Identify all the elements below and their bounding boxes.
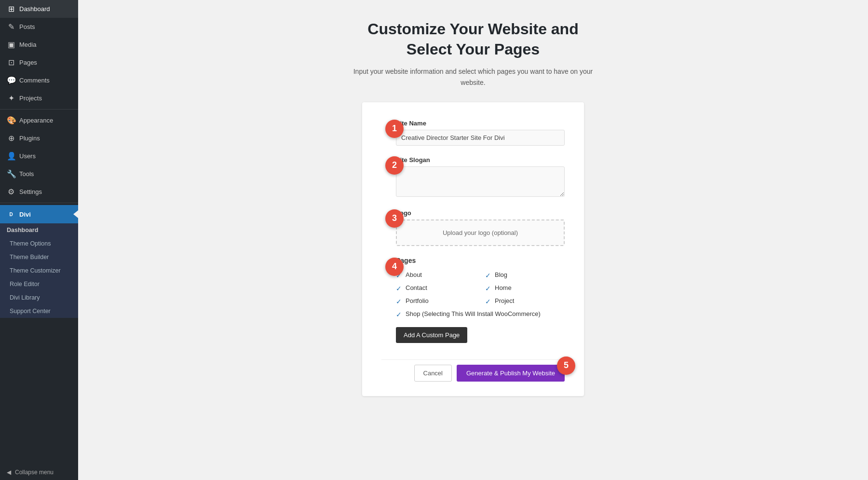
sidebar-item-label: Media: [19, 41, 36, 48]
cancel-button[interactable]: Cancel: [414, 365, 452, 382]
collapse-icon: ◀: [7, 469, 11, 476]
sidebar-item-label: Pages: [19, 59, 37, 66]
pages-section: 4 Pages ✓ About ✓ Blog ✓: [396, 257, 565, 355]
site-slogan-label: Site Slogan: [396, 156, 565, 164]
divi-sub-dashboard[interactable]: Dashboard: [0, 223, 78, 237]
sidebar-item-media[interactable]: ▣ Media: [0, 36, 78, 54]
pages-title: Pages: [396, 257, 565, 264]
sidebar-item-users[interactable]: 👤 Users: [0, 147, 78, 165]
settings-icon: ⚙: [7, 187, 15, 196]
sidebar-item-label: Settings: [19, 188, 42, 195]
sidebar-item-posts[interactable]: ✎ Posts: [0, 18, 78, 36]
logo-upload-area[interactable]: Upload your logo (optional): [396, 219, 565, 246]
page-label-project: Project: [495, 297, 514, 304]
page-subtitle: Input your website information and selec…: [353, 66, 594, 88]
page-item-portfolio: ✓ Portfolio: [396, 297, 475, 305]
posts-icon: ✎: [7, 22, 15, 31]
page-title: Customize Your Website and Select Your P…: [367, 19, 578, 59]
sidebar-item-label: Appearance: [19, 117, 53, 124]
page-item-home: ✓ Home: [485, 284, 565, 292]
page-item-project: ✓ Project: [485, 297, 565, 305]
step-5-badge: 5: [557, 357, 575, 375]
divi-submenu: Dashboard Theme Options Theme Builder Th…: [0, 223, 78, 318]
check-icon-portfolio: ✓: [396, 298, 402, 305]
publish-button[interactable]: Generate & Publish My Website: [457, 365, 565, 382]
add-custom-page-button[interactable]: Add A Custom Page: [396, 327, 467, 343]
page-label-blog: Blog: [495, 271, 507, 278]
step-3-block: 3 Logo Upload your logo (optional): [396, 209, 565, 246]
logo-label: Logo: [396, 209, 565, 217]
sidebar-item-label: Tools: [19, 170, 34, 178]
sidebar: ⊞ Dashboard ✎ Posts ▣ Media ⊡ Pages 💬 Co…: [0, 0, 78, 480]
step-4-badge: 4: [385, 258, 404, 276]
page-label-home: Home: [495, 284, 512, 291]
divi-sub-theme-customizer[interactable]: Theme Customizer: [0, 264, 78, 277]
page-item-blog: ✓ Blog: [485, 271, 565, 279]
sidebar-item-plugins[interactable]: ⊕ Plugins: [0, 129, 78, 147]
comments-icon: 💬: [7, 76, 15, 85]
step-2-block: 2 Site Slogan: [396, 156, 565, 199]
sidebar-item-tools[interactable]: 🔧 Tools: [0, 165, 78, 183]
pages-content: Pages ✓ About ✓ Blog ✓ Contact: [396, 257, 565, 355]
sidebar-item-label: Dashboard: [19, 5, 50, 13]
logo-group: Logo Upload your logo (optional): [396, 209, 565, 246]
site-slogan-input[interactable]: [396, 166, 565, 197]
sidebar-item-dashboard[interactable]: ⊞ Dashboard: [0, 0, 78, 18]
pages-grid: ✓ About ✓ Blog ✓ Contact ✓: [396, 271, 565, 318]
sidebar-item-comments[interactable]: 💬 Comments: [0, 71, 78, 89]
check-icon-home: ✓: [485, 285, 491, 292]
divi-sub-library[interactable]: Divi Library: [0, 291, 78, 304]
collapse-menu-button[interactable]: ◀ Collapse menu: [0, 465, 78, 480]
sidebar-item-settings[interactable]: ⚙ Settings: [0, 183, 78, 201]
site-name-input[interactable]: [396, 130, 565, 146]
page-item-about: ✓ About: [396, 271, 475, 279]
sidebar-item-appearance[interactable]: 🎨 Appearance: [0, 111, 78, 129]
check-icon-shop: ✓: [396, 311, 402, 318]
page-label-about: About: [406, 271, 422, 278]
site-name-label: Site Name: [396, 120, 565, 127]
site-name-group: Site Name: [396, 120, 565, 146]
sidebar-item-label: Comments: [19, 77, 50, 84]
page-label-shop: Shop (Selecting This Will Install WooCom…: [406, 310, 541, 317]
page-item-shop: ✓ Shop (Selecting This Will Install WooC…: [396, 310, 565, 318]
projects-icon: ✦: [7, 94, 15, 103]
pages-icon: ⊡: [7, 58, 15, 67]
appearance-icon: 🎨: [7, 116, 15, 125]
sidebar-item-label: Posts: [19, 23, 35, 30]
divi-label: Divi: [19, 211, 31, 218]
step-1-badge: 1: [385, 120, 404, 138]
check-icon-contact: ✓: [396, 285, 402, 292]
sidebar-item-label: Plugins: [19, 135, 40, 142]
site-slogan-group: Site Slogan: [396, 156, 565, 199]
sidebar-item-label: Projects: [19, 95, 42, 102]
users-icon: 👤: [7, 151, 15, 161]
dashboard-icon: ⊞: [7, 4, 15, 14]
check-icon-blog: ✓: [485, 272, 491, 279]
page-label-portfolio: Portfolio: [406, 297, 429, 304]
step-3-badge: 3: [385, 209, 404, 228]
divi-sub-theme-builder[interactable]: Theme Builder: [0, 250, 78, 264]
page-item-contact: ✓ Contact: [396, 284, 475, 292]
card-footer: Cancel Generate & Publish My Website 5: [381, 359, 565, 382]
check-icon-project: ✓: [485, 298, 491, 305]
step-1-block: 1 Site Name: [396, 120, 565, 146]
step-2-badge: 2: [385, 156, 404, 175]
tools-icon: 🔧: [7, 169, 15, 178]
media-icon: ▣: [7, 40, 15, 49]
sidebar-item-pages[interactable]: ⊡ Pages: [0, 54, 78, 71]
divi-logo-icon: D: [7, 210, 15, 219]
divi-sub-theme-options[interactable]: Theme Options: [0, 237, 78, 250]
plugins-icon: ⊕: [7, 134, 15, 143]
sidebar-item-projects[interactable]: ✦ Projects: [0, 89, 78, 107]
collapse-label: Collapse menu: [15, 469, 54, 476]
main-content: Customize Your Website and Select Your P…: [78, 0, 868, 480]
page-label-contact: Contact: [406, 284, 427, 291]
customize-card: 1 Site Name 2 Site Slogan 3 Logo Upload …: [362, 102, 584, 396]
divi-sub-role-editor[interactable]: Role Editor: [0, 277, 78, 291]
sidebar-item-label: Users: [19, 152, 36, 160]
divi-menu-header[interactable]: D Divi: [0, 205, 78, 223]
divi-sub-support[interactable]: Support Center: [0, 304, 78, 318]
